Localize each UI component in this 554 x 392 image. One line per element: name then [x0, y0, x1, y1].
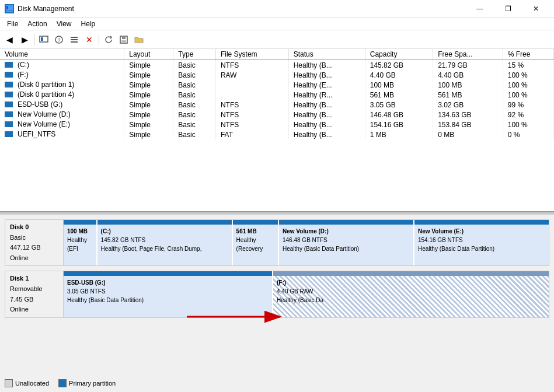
app-icon — [5, 4, 14, 13]
svg-rect-1 — [6, 10, 13, 12]
svg-rect-12 — [121, 40, 126, 43]
disk0-partition-2[interactable]: 561 MB Healthy (Recovery — [233, 220, 279, 265]
table-row[interactable]: New Volume (E:) Simple Basic NTFS Health… — [0, 120, 554, 130]
table-row[interactable]: New Volume (D:) Simple Basic NTFS Health… — [0, 110, 554, 120]
legend-unalloc-box — [5, 379, 13, 387]
volume-table: Volume Layout Type File System Status Ca… — [0, 49, 554, 139]
table-row[interactable]: (Disk 0 partition 4) Simple Basic Health… — [0, 90, 554, 100]
disk0-partition-1[interactable]: (C:) 145.82 GB NTFSHealthy (Boot, Page F… — [97, 220, 233, 265]
legend-primary-box — [58, 379, 67, 387]
col-type[interactable]: Type — [173, 49, 216, 60]
legend-unallocated: Unallocated — [5, 379, 49, 387]
svg-rect-11 — [122, 36, 126, 39]
legend-unalloc-label: Unallocated — [15, 380, 49, 387]
menu-file[interactable]: File — [2, 19, 23, 29]
svg-rect-4 — [41, 37, 43, 41]
table-row[interactable]: ESD-USB (G:) Simple Basic NTFS Healthy (… — [0, 100, 554, 110]
disk0-partitions: 100 MB Healthy (EFI (C:) 145.82 GB NTFSH… — [63, 219, 549, 266]
svg-text:?: ? — [57, 37, 60, 43]
disk-area: Disk 0 Basic 447.12 GB Online 100 MB Hea… — [0, 215, 554, 392]
svg-rect-7 — [71, 37, 78, 38]
legend-primary: Primary partition — [58, 379, 116, 387]
legend-primary-label: Primary partition — [69, 380, 116, 387]
toolbar-btn-4[interactable]: ? — [52, 33, 66, 47]
menu-help[interactable]: Help — [76, 19, 100, 29]
svg-rect-9 — [71, 41, 78, 43]
disk0-partition-4[interactable]: New Volume (E:) 154.16 GB NTFSHealthy (B… — [414, 220, 549, 265]
disk0-title: Disk 0 — [10, 222, 58, 233]
volume-table-area: Volume Layout Type File System Status Ca… — [0, 49, 554, 212]
window-title: Disk Management — [18, 5, 74, 13]
minimize-button[interactable]: — — [466, 0, 493, 18]
delete-button[interactable]: ✕ — [82, 33, 96, 47]
refresh-button[interactable] — [102, 33, 116, 47]
svg-rect-8 — [71, 39, 78, 40]
disk0-partition-0[interactable]: 100 MB Healthy (EFI — [64, 220, 97, 265]
col-fs[interactable]: File System — [215, 49, 288, 60]
table-row[interactable]: (Disk 0 partition 1) Simple Basic Health… — [0, 80, 554, 90]
window-controls[interactable]: — ❐ ✕ — [466, 0, 549, 18]
svg-rect-2 — [6, 6, 8, 9]
disk0-type: Basic — [10, 233, 58, 243]
disk1-title: Disk 1 — [10, 274, 58, 284]
title-bar: Disk Management — ❐ ✕ — [0, 0, 554, 18]
close-button[interactable]: ✕ — [522, 0, 549, 18]
folder-button[interactable] — [132, 33, 146, 47]
table-header-row: Volume Layout Type File System Status Ca… — [0, 49, 554, 60]
toolbar-btn-3[interactable] — [37, 33, 51, 47]
forward-button[interactable]: ▶ — [18, 33, 32, 47]
col-layout[interactable]: Layout — [124, 49, 173, 60]
menu-bar: File Action View Help — [0, 18, 554, 30]
disk1-partition-1[interactable]: (F:) 4.40 GB RAWHealthy (Basic Da — [273, 271, 549, 317]
toolbar: ◀ ▶ ? ✕ — [0, 30, 554, 49]
disk1-status: Online — [10, 304, 58, 315]
toolbar-btn-5[interactable] — [67, 33, 81, 47]
disk1-label: Disk 1 Removable 7.45 GB Online — [5, 271, 63, 317]
main-area: Volume Layout Type File System Status Ca… — [0, 49, 554, 392]
disk0-size: 447.12 GB — [10, 243, 58, 253]
table-row[interactable]: (F:) Simple Basic RAW Healthy (B... 4.40… — [0, 70, 554, 80]
col-status[interactable]: Status — [288, 49, 365, 60]
disk1-partition-0[interactable]: ESD-USB (G:) 3.05 GB NTFSHealthy (Basic … — [64, 271, 273, 317]
disk1-size: 7.45 GB — [10, 295, 58, 305]
table-row[interactable]: UEFI_NTFS Simple Basic FAT Healthy (B...… — [0, 130, 554, 139]
disk0-partition-3[interactable]: New Volume (D:) 146.48 GB NTFSHealthy (B… — [279, 220, 414, 265]
col-free[interactable]: Free Spa... — [433, 49, 503, 60]
table-row[interactable]: (C:) Simple Basic NTFS Healthy (B... 145… — [0, 60, 554, 71]
disk1-type: Removable — [10, 284, 58, 295]
col-volume[interactable]: Volume — [0, 49, 124, 60]
col-pct[interactable]: % Free — [503, 49, 553, 60]
disk0-status: Online — [10, 253, 58, 264]
disk1-row: Disk 1 Removable 7.45 GB Online ESD-USB … — [5, 271, 549, 317]
disk0-row: Disk 0 Basic 447.12 GB Online 100 MB Hea… — [5, 219, 549, 266]
back-button[interactable]: ◀ — [2, 33, 16, 47]
menu-action[interactable]: Action — [23, 19, 51, 29]
disk0-label: Disk 0 Basic 447.12 GB Online — [5, 219, 63, 266]
save-button[interactable] — [117, 33, 131, 47]
menu-view[interactable]: View — [52, 19, 76, 29]
maximize-button[interactable]: ❐ — [494, 0, 521, 18]
disk1-partitions: ESD-USB (G:) 3.05 GB NTFSHealthy (Basic … — [63, 271, 549, 317]
col-capacity[interactable]: Capacity — [365, 49, 433, 60]
legend: Unallocated Primary partition — [5, 379, 116, 387]
